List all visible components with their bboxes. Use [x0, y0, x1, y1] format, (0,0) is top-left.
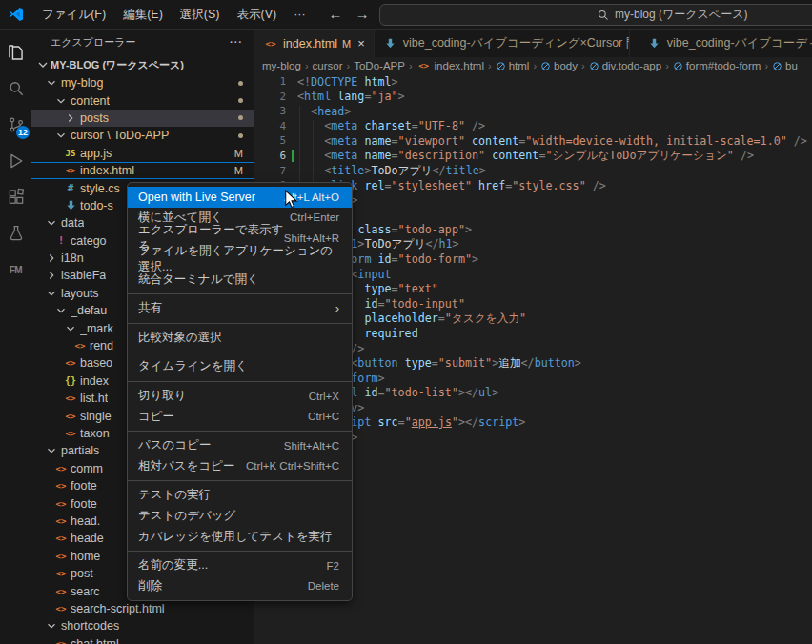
menu-item--[interactable]: 切り取りCtrl+X	[128, 386, 352, 407]
activity-bar-extensions[interactable]	[0, 181, 31, 213]
html-file-icon: <>	[72, 341, 88, 351]
breadcrumb-item[interactable]: my-blog	[262, 60, 301, 71]
json-file-icon: {}	[63, 375, 78, 386]
activity-bar-search[interactable]	[0, 72, 31, 105]
html-file-icon: <>	[53, 464, 69, 473]
symbol-icon	[673, 61, 683, 71]
breadcrumb-item[interactable]: body	[540, 60, 578, 71]
tab-2[interactable]: vibe_coding-バイブコーディング×Cursor 門講座02.mdM	[375, 29, 630, 57]
menu-item-shortcut: Ctrl+X	[309, 391, 339, 402]
command-center-search[interactable]: my-blog (ワークスペース)	[379, 4, 812, 26]
tab-1[interactable]: <>index.htmlM×	[254, 29, 375, 57]
tree-item-label: shortcodes	[61, 619, 119, 633]
menu-item-label: 切り取り	[138, 388, 187, 404]
chevron-down-icon	[35, 57, 51, 72]
workspace-root-row[interactable]: MY-BLOG (ワークスペース)	[31, 55, 254, 74]
breadcrumb-separator: ›	[581, 60, 585, 71]
menu-separator	[128, 323, 352, 324]
menu-item--[interactable]: タイムラインを開く	[128, 356, 352, 377]
menu-item-shortcut: Ctrl+Enter	[290, 211, 339, 223]
menu-item--[interactable]: カバレッジを使用してテストを実行	[128, 526, 352, 547]
breadcrumb-item[interactable]: html	[496, 60, 530, 71]
menu-item-open-with-live-server[interactable]: Open with Live ServerAlt+L Alt+O	[128, 187, 352, 208]
menu-item--[interactable]: テストの実行	[128, 485, 352, 506]
tree-file-search-script.html[interactable]: <>search-script.html	[31, 600, 254, 617]
html-file-icon: <>	[53, 499, 69, 509]
code-line-6[interactable]: 6 <meta name="description" content="シンプル…	[254, 149, 812, 164]
menu-item-label: カバレッジを使用してテストを実行	[138, 529, 333, 545]
code-line-4[interactable]: 4 <meta charset="UTF-8" />	[254, 119, 812, 134]
breadcrumb-item[interactable]: ToDo-APP	[354, 60, 405, 71]
line-number: 1	[254, 75, 286, 88]
explorer-more-icon[interactable]: ···	[230, 36, 243, 48]
tree-item-label: todo-s	[80, 199, 113, 212]
code-line-2[interactable]: 2<html lang="ja">	[254, 90, 812, 105]
breadcrumb-separator: ›	[488, 60, 492, 71]
activity-bar-testing[interactable]	[0, 217, 31, 250]
menu-item--[interactable]: テストのデバッグ	[128, 506, 352, 527]
chevron-right-icon	[63, 111, 78, 126]
breadcrumb[interactable]: my-blog›cursor›ToDo-APP›<>index.html›htm…	[254, 57, 812, 74]
menu-item--[interactable]: パスのコピーShift+Alt+C	[128, 435, 352, 456]
menu-item--[interactable]: コピーCtrl+C	[128, 406, 352, 427]
breadcrumb-item[interactable]: div.todo-app	[589, 60, 661, 71]
tree-folder-content[interactable]: content	[31, 91, 254, 109]
tree-file-index.html[interactable]: <>index.htmlM	[31, 162, 254, 179]
tree-folder-my-blog[interactable]: my-blog	[31, 74, 254, 91]
tree-folder-cursor-ToDo-APP[interactable]: cursor \ ToDo-APP	[31, 127, 254, 144]
tree-item-label: content	[71, 94, 110, 108]
tree-file-app.js[interactable]: JSapp.jsM	[31, 145, 254, 162]
tree-folder-posts[interactable]: posts	[31, 110, 254, 127]
tree-file-chat.html[interactable]: <>chat.html	[31, 635, 254, 644]
search-icon	[598, 10, 609, 21]
menu-separator	[128, 551, 352, 552]
line-number: 7	[254, 165, 286, 177]
html-file-icon: <>	[53, 639, 69, 644]
menu-item-shortcut: Delete	[308, 580, 339, 592]
menu-item--[interactable]: 名前の変更...F2	[128, 555, 352, 576]
menu-item[interactable]: 表示(V)	[228, 8, 285, 21]
js-file-icon: JS	[63, 149, 78, 158]
menu-item--[interactable]: 比較対象の選択	[128, 328, 352, 349]
activity-bar-explorer[interactable]	[0, 36, 31, 69]
tree-item-label: index	[80, 374, 109, 388]
tree-item-label: _defau	[71, 304, 107, 317]
title-bar: ファイル(F)編集(E)選択(S)表示(V)··· ← → my-blog (ワ…	[0, 0, 812, 30]
breadcrumb-item[interactable]: form#todo-form	[673, 60, 761, 71]
code-line-1[interactable]: 1<!DOCTYPE html>	[254, 74, 812, 90]
breadcrumb-separator: ›	[764, 60, 768, 71]
tree-item-label: my-blog	[61, 76, 103, 90]
breadcrumb-item[interactable]: bu	[772, 60, 798, 71]
menu-item--[interactable]: 共有›	[128, 298, 352, 319]
activity-bar-source-control[interactable]: 12	[0, 109, 31, 141]
workspace-root-label: MY-BLOG (ワークスペース)	[51, 58, 184, 72]
line-number: 2	[254, 91, 286, 103]
menu-item[interactable]: 選択(S)	[172, 8, 229, 21]
tab-close-icon[interactable]: ×	[357, 36, 365, 50]
breadcrumb-item[interactable]: cursor	[313, 60, 343, 71]
nav-forward-arrow[interactable]: →	[351, 0, 374, 29]
tree-folder-shortcodes[interactable]: shortcodes	[31, 617, 254, 634]
menu-item-label: 比較対象の選択	[138, 330, 222, 346]
activity-bar-frontmatter[interactable]: FM	[0, 253, 31, 286]
code-line-3[interactable]: 3 <head>	[254, 104, 812, 119]
code-line-5[interactable]: 5 <meta name="viewport" content="width=d…	[254, 133, 812, 149]
code-line-7[interactable]: 7 <title>ToDoアプリ</title>	[254, 163, 812, 178]
tree-item-label: cursor \ ToDo-APP	[71, 129, 169, 142]
nav-back-arrow[interactable]: ←	[324, 0, 347, 29]
html-file-icon: <>	[63, 166, 78, 175]
menu-item--[interactable]: ファイルを開くアプリケーションの選択...	[128, 249, 352, 270]
menu-item-shortcut: Shift+Alt+C	[284, 440, 339, 452]
menu-item--[interactable]: 削除Delete	[128, 576, 352, 597]
menu-item[interactable]: ···	[285, 8, 315, 21]
menu-item[interactable]: 編集(E)	[114, 8, 172, 21]
menu-item-label: タイムラインを開く	[138, 358, 248, 374]
activity-bar-run-debug[interactable]	[0, 145, 31, 177]
tab-3[interactable]: vibe_coding-バイブコーディング×C	[639, 29, 812, 57]
menu-item--[interactable]: 相対パスをコピーCtrl+K Ctrl+Shift+C	[128, 456, 352, 477]
menu-item[interactable]: ファイル(F)	[33, 8, 114, 21]
html-file-icon: <>	[63, 429, 78, 438]
chevron-right-icon	[44, 268, 59, 283]
breadcrumb-item[interactable]: <>index.html	[416, 60, 484, 71]
tree-item-label: _mark	[80, 322, 113, 335]
